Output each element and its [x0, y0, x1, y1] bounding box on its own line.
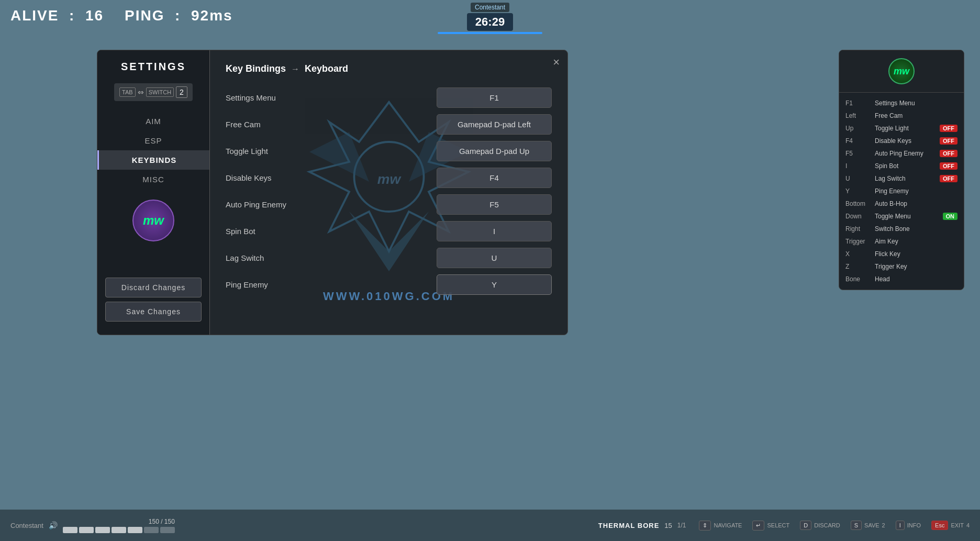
- sidebar-item-aim[interactable]: AIM: [97, 112, 209, 131]
- sidebar-item-esp[interactable]: ESP: [97, 131, 209, 150]
- keybind-value-auto-ping[interactable]: F5: [437, 194, 552, 215]
- right-panel-row-f4: F4 Disable Keys OFF: [839, 135, 964, 147]
- rp-badge-toggle-light: OFF: [940, 125, 957, 132]
- sidebar-tab-row: TAB ⇔ SWITCH 2: [114, 83, 193, 101]
- rp-key-bottom: Bottom: [845, 200, 872, 207]
- keybind-value-lag-switch[interactable]: U: [437, 248, 552, 268]
- timer-value: 26:29: [467, 13, 513, 31]
- health-seg-1: [63, 527, 77, 533]
- keybind-label-toggle-light: Toggle Light: [226, 147, 304, 156]
- nav-item-exit: Esc EXIT 4: [931, 521, 970, 530]
- timer-bar: [438, 32, 542, 34]
- nav-key-discard: D: [800, 521, 811, 530]
- rp-label-disable-keys: Disable Keys: [872, 137, 940, 145]
- rp-key-f1: F1: [845, 100, 872, 107]
- nav-key-info: I: [896, 521, 905, 530]
- right-panel-row-x: X Flick Key: [839, 248, 964, 260]
- keybind-value-toggle-light[interactable]: Gamepad D-pad Up: [437, 141, 552, 161]
- keybind-value-ping-enemy[interactable]: Y: [437, 274, 552, 295]
- keybind-value-settings-menu[interactable]: F1: [437, 87, 552, 108]
- keybind-row-free-cam: Free Cam Gamepad D-pad Left: [226, 114, 552, 135]
- right-panel-row-down: Down Toggle Menu ON: [839, 210, 964, 223]
- rp-key-u: U: [845, 175, 872, 182]
- sidebar-item-misc[interactable]: MISC: [97, 170, 209, 189]
- health-seg-7: [160, 527, 175, 533]
- rp-key-f5: F5: [845, 150, 872, 157]
- rp-badge-lag-switch: OFF: [940, 175, 957, 182]
- settings-panel: SETTINGS TAB ⇔ SWITCH 2 AIM ESP KEYBINDS…: [97, 50, 568, 335]
- contestant-label: Contestant: [10, 522, 43, 529]
- rp-label-auto-bhop: Auto B-Hop: [872, 200, 957, 207]
- keybind-header: Key Bindings → Keyboard: [226, 63, 552, 74]
- keybind-label-spin-bot: Spin Bot: [226, 227, 304, 236]
- bottom-weapon: THERMAL BORE 15 1/1: [598, 522, 686, 529]
- nav-exit-num: 4: [966, 522, 970, 528]
- keybind-row-toggle-light: Toggle Light Gamepad D-pad Up: [226, 141, 552, 161]
- rp-badge-spin-bot: OFF: [940, 162, 957, 170]
- keybind-row-lag-switch: Lag Switch U: [226, 248, 552, 268]
- sidebar-item-keybinds[interactable]: KEYBINDS: [97, 150, 209, 170]
- nav-label-discard: DISCARD: [814, 522, 840, 528]
- right-panel-row-f5: F5 Auto Ping Enemy OFF: [839, 147, 964, 160]
- rp-label-flick-key: Flick Key: [872, 250, 957, 258]
- sidebar-logo-text: mw: [143, 213, 164, 228]
- rp-badge-disable-keys: OFF: [940, 137, 957, 145]
- nav-item-navigate: ⇕ NAVIGATE: [699, 521, 742, 531]
- tab-arrow-icon: ⇔: [138, 88, 144, 96]
- right-panel-row-bottom: Bottom Auto B-Hop: [839, 197, 964, 210]
- weapon-name: THERMAL BORE: [598, 522, 659, 529]
- nav-key-select: ↵: [752, 521, 764, 531]
- keybind-value-disable-keys[interactable]: F4: [437, 168, 552, 188]
- close-button[interactable]: ×: [553, 57, 560, 68]
- rp-label-ping-enemy: Ping Enemy: [872, 187, 957, 195]
- nav-item-info: I INFO: [896, 521, 921, 530]
- tab-num: 2: [176, 86, 187, 98]
- rp-key-left: Left: [845, 112, 872, 119]
- keybind-label-disable-keys: Disable Keys: [226, 173, 304, 182]
- health-text: 150 / 150: [63, 518, 175, 525]
- ping-display: PING : 92ms: [125, 7, 233, 24]
- rp-key-bone: Bone: [845, 275, 872, 283]
- sidebar-nav: AIM ESP KEYBINDS MISC: [97, 112, 209, 189]
- keybind-label-auto-ping: Auto Ping Enemy: [226, 200, 304, 209]
- rp-key-trigger: Trigger: [845, 238, 872, 245]
- bottom-right: THERMAL BORE 15 1/1 ⇕ NAVIGATE ↵ SELECT …: [598, 521, 970, 531]
- ammo-total: 1/1: [677, 522, 686, 529]
- nav-key-exit: Esc: [931, 521, 948, 530]
- rp-badge-toggle-menu: ON: [943, 213, 958, 220]
- nav-save-num: 2: [882, 522, 885, 528]
- tab-key: TAB: [119, 87, 136, 97]
- keybind-label-lag-switch: Lag Switch: [226, 253, 304, 262]
- keybind-label-ping-enemy: Ping Enemy: [226, 280, 304, 289]
- tab-switch: SWITCH: [146, 87, 174, 97]
- health-seg-3: [95, 527, 110, 533]
- rp-label-trigger-key: Trigger Key: [872, 263, 957, 270]
- ping-label: PING: [125, 7, 164, 24]
- health-seg-2: [79, 527, 94, 533]
- rp-label-lag-switch: Lag Switch: [872, 175, 940, 182]
- center-timer: Contestant 26:29: [438, 3, 542, 34]
- keybind-label-settings-menu: Settings Menu: [226, 93, 304, 102]
- alive-label: ALIVE: [10, 7, 59, 24]
- right-panel-list: F1 Settings Menu Left Free Cam Up Toggle…: [839, 93, 964, 290]
- sidebar-title: SETTINGS: [121, 61, 186, 73]
- rp-key-up: Up: [845, 125, 872, 132]
- keybind-value-spin-bot[interactable]: I: [437, 221, 552, 241]
- right-panel-row-up: Up Toggle Light OFF: [839, 122, 964, 135]
- bottom-left: Contestant 🔊 150 / 150: [10, 518, 175, 533]
- keybind-header-sub: Keyboard: [305, 63, 348, 74]
- sidebar-logo: mw: [132, 200, 174, 241]
- right-panel-row-i: I Spin Bot OFF: [839, 160, 964, 172]
- right-panel-logo: mw: [888, 58, 915, 84]
- save-button[interactable]: Save Changes: [105, 302, 202, 322]
- right-panel-row-f1: F1 Settings Menu: [839, 97, 964, 109]
- rp-key-down: Down: [845, 213, 872, 220]
- rp-label-settings-menu: Settings Menu: [872, 100, 957, 107]
- rp-badge-auto-ping: OFF: [940, 150, 957, 157]
- rp-key-right: Right: [845, 225, 872, 233]
- keybind-value-free-cam[interactable]: Gamepad D-pad Left: [437, 114, 552, 135]
- rp-key-z: Z: [845, 263, 872, 270]
- nav-label-save: SAVE: [864, 522, 879, 528]
- discard-button[interactable]: Discard Changes: [105, 278, 202, 297]
- right-panel-header: mw: [839, 50, 964, 93]
